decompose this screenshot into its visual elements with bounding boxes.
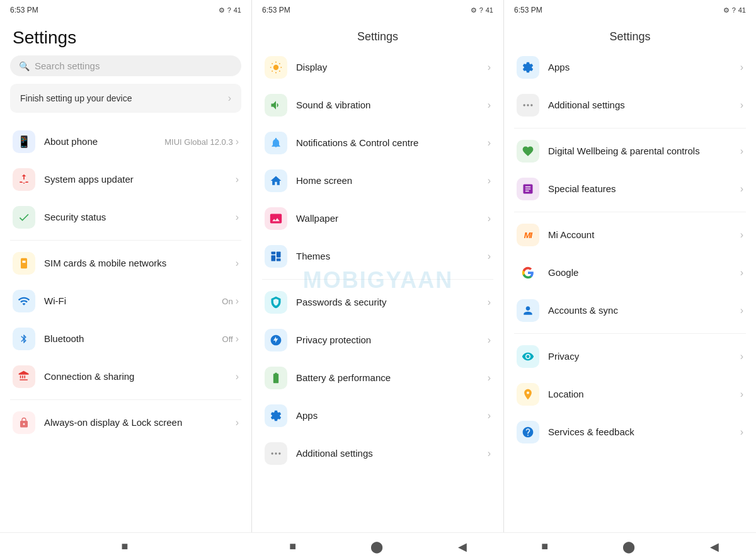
settings-item-mi-account[interactable]: MI Mi Account › (504, 216, 756, 254)
bluetooth-value: Off (222, 334, 233, 344)
privacy2-label: Privacy (548, 350, 579, 363)
bottom-nav-3: ■ ⬤ ◀ (504, 532, 756, 560)
stop-btn-2[interactable]: ■ (289, 540, 296, 553)
settings-item-privacy[interactable]: Privacy protection › (252, 321, 503, 359)
settings-item-notifications[interactable]: Notifications & Control centre › (252, 124, 503, 162)
passwords-chevron: › (488, 297, 491, 308)
home-btn-3[interactable]: ⬤ (622, 540, 635, 554)
apps-label: Apps (296, 409, 318, 422)
security-text: Security status (44, 211, 236, 224)
settings-item-battery[interactable]: Battery & performance › (252, 359, 503, 397)
about-phone-chevron: › (236, 136, 239, 147)
help-status-icon-2: ? (479, 6, 483, 14)
accounts-sync-label: Accounts & sync (548, 304, 618, 317)
additional-chevron: › (488, 448, 491, 459)
status-icons-1: ⚙ ? 41 (219, 6, 241, 14)
privacy-icon (265, 329, 287, 351)
back-btn-2[interactable]: ◀ (458, 540, 467, 554)
bluetooth-chevron: › (236, 333, 239, 345)
privacy-label: Privacy protection (296, 334, 371, 346)
divider-p3-2 (514, 212, 746, 212)
settings-item-services[interactable]: Services & feedback › (504, 413, 756, 451)
battery-text-2: 41 (486, 6, 493, 14)
search-bar[interactable]: 🔍 Search settings (10, 55, 241, 76)
privacy2-chevron: › (740, 351, 743, 362)
time-3: 6:53 PM (514, 6, 542, 14)
home-btn-2[interactable]: ⬤ (370, 540, 383, 554)
status-bar-3: 6:53 PM ⚙ ? 41 (504, 0, 756, 18)
wellbeing-label: Digital Wellbeing & parental controls (548, 145, 740, 157)
bottom-nav-1: ■ ⬤ ◀ (0, 532, 252, 560)
wallpaper-icon (265, 207, 287, 230)
special-label: Special features (548, 183, 616, 195)
search-placeholder: Search settings (35, 60, 100, 71)
settings-item-sim[interactable]: SIM cards & mobile networks › (0, 244, 251, 282)
settings-item-apps2[interactable]: Apps › (504, 49, 756, 86)
lockscreen-label: Always-on display & Lock screen (44, 416, 236, 429)
wellbeing-chevron: › (740, 146, 743, 157)
settings-item-about-phone[interactable]: 📱 About phone MIUI Global 12.0.3 › (0, 123, 251, 161)
settings-status-icon-3: ⚙ (723, 6, 730, 14)
settings-item-passwords[interactable]: Passwords & security › (252, 283, 503, 321)
settings-item-google[interactable]: Google › (504, 254, 756, 292)
settings-item-location[interactable]: Location › (504, 375, 756, 413)
panel-1-title: Settings (0, 18, 251, 55)
privacy-chevron: › (488, 334, 491, 346)
settings-item-additional[interactable]: Additional settings › (252, 435, 503, 472)
home-chevron: › (488, 175, 491, 186)
settings-item-connection[interactable]: Connection & sharing › (0, 358, 251, 396)
services-icon (517, 421, 539, 443)
settings-item-special[interactable]: Special features › (504, 170, 756, 208)
home-icon (265, 169, 287, 192)
settings-item-sound[interactable]: Sound & vibration › (252, 86, 503, 124)
svg-rect-1 (23, 261, 26, 263)
apps2-chevron: › (740, 62, 743, 73)
special-chevron: › (740, 183, 743, 195)
settings-item-wifi[interactable]: Wi-Fi On › (0, 282, 251, 320)
sound-chevron: › (488, 100, 491, 111)
time-2: 6:53 PM (262, 6, 290, 14)
settings-item-apps[interactable]: Apps › (252, 397, 503, 435)
additional-icon (265, 442, 287, 465)
settings-item-bluetooth[interactable]: Bluetooth Off › (0, 320, 251, 358)
wifi-text: Wi-Fi (44, 295, 222, 307)
status-icons-2: ⚙ ? 41 (471, 6, 493, 14)
settings-item-additional2[interactable]: Additional settings › (504, 86, 756, 124)
settings-item-wallpaper[interactable]: Wallpaper › (252, 200, 503, 237)
svg-rect-4 (272, 255, 276, 261)
stop-btn-1[interactable]: ■ (122, 540, 129, 553)
system-apps-icon (13, 168, 35, 191)
settings-item-security[interactable]: Security status › (0, 198, 251, 236)
divider-p3-3 (514, 333, 746, 334)
mi-account-label: Mi Account (548, 229, 594, 241)
settings-item-system-apps[interactable]: System apps updater › (0, 161, 251, 198)
connection-icon (13, 365, 35, 388)
security-chevron: › (236, 212, 239, 223)
setup-banner-chevron: › (228, 93, 231, 104)
services-label: Services & feedback (548, 426, 634, 438)
about-phone-value: MIUI Global 12.0.3 (164, 137, 232, 147)
settings-item-display[interactable]: Display › (252, 49, 503, 86)
location-chevron: › (740, 389, 743, 400)
stop-btn-3[interactable]: ■ (541, 540, 548, 553)
settings-item-themes[interactable]: Themes › (252, 237, 503, 275)
settings-item-wellbeing[interactable]: Digital Wellbeing & parental controls › (504, 132, 756, 170)
divider-p2-1 (262, 279, 493, 280)
settings-item-privacy2[interactable]: Privacy › (504, 338, 756, 375)
apps-chevron: › (488, 410, 491, 421)
svg-point-9 (275, 452, 277, 454)
google-label: Google (548, 266, 578, 279)
wallpaper-label: Wallpaper (296, 212, 338, 225)
settings-item-lockscreen[interactable]: Always-on display & Lock screen › (0, 404, 251, 442)
panel-2-header: Settings (252, 18, 503, 49)
notifications-icon (265, 132, 287, 154)
search-icon: 🔍 (19, 61, 30, 71)
settings-item-accounts-sync[interactable]: Accounts & sync › (504, 292, 756, 329)
wifi-label: Wi-Fi (44, 295, 222, 307)
connection-label: Connection & sharing (44, 370, 236, 383)
setup-banner[interactable]: Finish setting up your device › (10, 84, 241, 113)
home-label: Home screen (296, 174, 352, 187)
back-btn-3[interactable]: ◀ (710, 540, 719, 554)
wifi-icon (13, 290, 35, 312)
settings-item-home[interactable]: Home screen › (252, 162, 503, 200)
